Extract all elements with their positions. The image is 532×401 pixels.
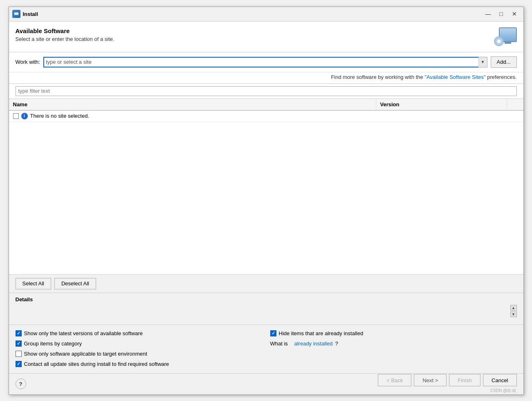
table-header: Name Version	[9, 99, 523, 111]
maximize-button[interactable]: □	[496, 9, 507, 19]
page-subtitle: Select a site or enter the location of a…	[16, 36, 114, 42]
help-button[interactable]: ?	[16, 379, 26, 389]
footer-buttons: < Back Next > Finish Cancel	[378, 374, 516, 386]
option-label-4: Hide items that are already installed	[279, 330, 364, 336]
option-row-3: Show only software applicable to target …	[16, 349, 262, 358]
work-with-row: Work with: ▼ Add...	[9, 52, 523, 72]
option-checkbox-4[interactable]	[270, 330, 276, 336]
next-button[interactable]: Next >	[414, 374, 447, 386]
option-row-4: Hide items that are already installed	[270, 329, 517, 338]
filter-row	[9, 84, 523, 99]
scroll-arrows: ▲ ▼	[510, 305, 517, 317]
dropdown-arrow-icon[interactable]: ▼	[478, 57, 487, 67]
content-area: Available Software Select a site or ente…	[9, 22, 523, 394]
install-window: Install — □ ✕ Available Software Select …	[9, 7, 524, 395]
table-cell-version	[376, 111, 507, 121]
option-checkbox-2[interactable]	[16, 341, 22, 347]
cd-icon	[494, 36, 504, 46]
option-label-5-suffix: ?	[335, 341, 338, 347]
select-all-button[interactable]: Select All	[16, 278, 51, 289]
title-bar: Install — □ ✕	[9, 7, 523, 22]
option-row-2: Group items by category	[16, 339, 262, 348]
options-section: Show only the latest versions of availab…	[9, 325, 523, 373]
scroll-down-icon[interactable]: ▼	[510, 311, 517, 317]
site-input-wrapper: ▼	[43, 57, 487, 67]
window-title: Install	[23, 11, 483, 17]
option-row-5: What is already installed ?	[270, 339, 517, 348]
filter-input[interactable]	[16, 86, 517, 96]
close-button[interactable]: ✕	[509, 9, 520, 19]
header-icon	[494, 27, 517, 47]
table-row: i There is no site selected.	[9, 111, 523, 122]
row-name-text: There is no site selected.	[30, 113, 90, 119]
minimize-button[interactable]: —	[483, 9, 494, 19]
back-button[interactable]: < Back	[378, 374, 411, 386]
header-section: Available Software Select a site or ente…	[9, 22, 523, 52]
page-title: Available Software	[16, 27, 114, 34]
option-label-6: Contact all update sites during install …	[24, 361, 169, 367]
available-software-sites-link[interactable]: "Available Software Sites"	[424, 74, 485, 80]
option-checkbox-1[interactable]	[16, 330, 22, 336]
already-installed-link[interactable]: already installed	[294, 341, 332, 347]
details-section: Details ▲ ▼	[9, 293, 523, 325]
footer: ? < Back Next > Finish Cancel CSDN @吹-吹	[9, 373, 523, 394]
option-checkbox-6[interactable]	[16, 361, 22, 367]
options-grid: Show only the latest versions of availab…	[16, 329, 517, 368]
work-with-label: Work with:	[16, 59, 40, 65]
deselect-all-button[interactable]: Deselect All	[54, 278, 96, 289]
table-cell-name: i There is no site selected.	[9, 111, 376, 121]
cancel-button[interactable]: Cancel	[483, 374, 516, 386]
option-checkbox-3[interactable]	[16, 351, 22, 357]
svg-rect-1	[15, 16, 18, 16]
app-icon	[12, 10, 20, 18]
details-content: ▲ ▼	[16, 305, 517, 321]
table-cell-extra	[507, 111, 523, 121]
option-label-3: Show only software applicable to target …	[24, 351, 147, 357]
option-label-2: Group items by category	[24, 341, 82, 347]
watermark: CSDN @吹-吹	[490, 388, 517, 394]
find-more-row: Find more software by working with the "…	[9, 72, 523, 84]
row-checkbox[interactable]	[13, 113, 19, 119]
svg-rect-2	[14, 13, 18, 15]
info-icon: i	[21, 113, 28, 119]
details-label: Details	[16, 296, 517, 302]
find-more-prefix: Find more software by working with the	[331, 74, 424, 80]
monitor-stand-icon	[505, 41, 511, 44]
col-header-extra	[507, 99, 523, 110]
find-more-suffix: preferences.	[487, 74, 516, 80]
col-header-version: Version	[376, 99, 507, 110]
option-label-1: Show only the latest versions of availab…	[24, 330, 143, 336]
header-text: Available Software Select a site or ente…	[16, 27, 114, 42]
select-buttons-row: Select All Deselect All	[9, 275, 523, 293]
option-label-5-prefix: What is	[270, 341, 288, 347]
window-controls: — □ ✕	[483, 9, 520, 19]
software-table: Name Version i There is no site selected…	[9, 99, 523, 275]
finish-button[interactable]: Finish	[449, 374, 480, 386]
scroll-up-icon[interactable]: ▲	[510, 305, 517, 311]
site-input[interactable]	[43, 57, 487, 67]
col-header-name: Name	[9, 99, 376, 110]
option-row-1: Show only the latest versions of availab…	[16, 329, 262, 338]
add-button[interactable]: Add...	[491, 56, 517, 68]
option-row-6: Contact all update sites during install …	[16, 360, 262, 368]
